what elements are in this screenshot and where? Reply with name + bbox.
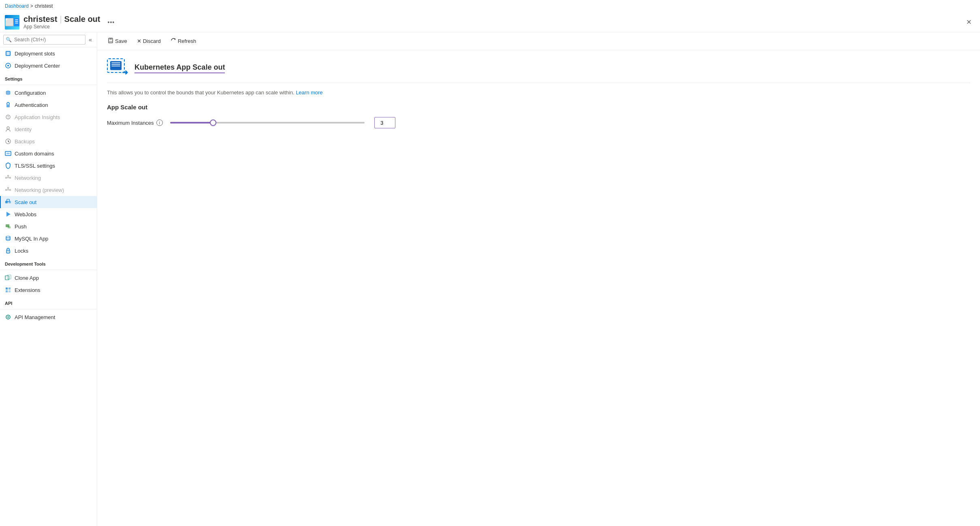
svg-point-13 bbox=[6, 177, 7, 179]
settings-divider bbox=[0, 85, 97, 85]
sidebar-item-deployment-center-label: Deployment Center bbox=[15, 63, 60, 69]
sidebar-item-locks-label: Locks bbox=[15, 248, 28, 254]
svg-point-15 bbox=[8, 175, 9, 177]
sidebar-item-custom-domains-label: Custom domains bbox=[15, 151, 54, 157]
save-icon bbox=[108, 38, 113, 45]
sidebar-item-tls-ssl[interactable]: TLS/SSL settings bbox=[0, 160, 97, 172]
sidebar-item-clone-app-label: Clone App bbox=[15, 275, 39, 281]
networking-icon bbox=[5, 175, 11, 181]
sidebar-item-locks[interactable]: Locks bbox=[0, 245, 97, 257]
sidebar-item-configuration-label: Configuration bbox=[15, 90, 46, 96]
sidebar-item-clone-app[interactable]: Clone App bbox=[0, 272, 97, 284]
sidebar-item-configuration[interactable]: Configuration bbox=[0, 87, 97, 99]
refresh-icon bbox=[171, 38, 176, 45]
sidebar-item-push[interactable]: Push bbox=[0, 220, 97, 232]
breadcrumb-dashboard[interactable]: Dashboard bbox=[5, 3, 29, 9]
page-header-title-wrapper: Kubernetes App Scale out bbox=[135, 63, 225, 73]
sidebar-item-extensions[interactable]: Extensions bbox=[0, 284, 97, 296]
sidebar-item-webjobs[interactable]: WebJobs bbox=[0, 208, 97, 220]
svg-point-31 bbox=[8, 251, 9, 252]
page-title: Kubernetes App Scale out bbox=[135, 63, 225, 73]
breadcrumb: Dashboard > christest bbox=[0, 0, 980, 12]
header-close-button[interactable]: ✕ bbox=[962, 16, 975, 29]
sidebar-item-application-insights-label: Application Insights bbox=[15, 114, 60, 120]
svg-point-18 bbox=[6, 190, 7, 191]
header-subtitle: App Service bbox=[23, 24, 100, 30]
sidebar-item-authentication-label: Authentication bbox=[15, 102, 48, 108]
sidebar-item-backups[interactable]: Backups bbox=[0, 135, 97, 147]
sidebar-item-scale-out-label: Scale out bbox=[15, 199, 36, 205]
clone-app-icon bbox=[5, 275, 11, 281]
svg-point-9 bbox=[8, 118, 9, 119]
scale-out-icon bbox=[5, 199, 11, 205]
discard-button[interactable]: ✕ Discard bbox=[133, 36, 165, 46]
svg-point-10 bbox=[7, 127, 9, 129]
svg-rect-35 bbox=[9, 287, 11, 290]
collapse-icon[interactable]: « bbox=[87, 36, 94, 44]
save-label: Save bbox=[115, 38, 127, 44]
sidebar-item-deployment-center[interactable]: Deployment Center bbox=[0, 60, 97, 72]
identity-icon bbox=[5, 126, 11, 132]
api-section-label: API bbox=[0, 296, 97, 307]
refresh-button[interactable]: Refresh bbox=[167, 36, 201, 47]
header-separator: | bbox=[60, 15, 62, 24]
configuration-icon bbox=[5, 89, 11, 96]
sidebar-item-authentication[interactable]: Authentication bbox=[0, 99, 97, 111]
save-button[interactable]: Save bbox=[104, 36, 131, 47]
app-icon bbox=[5, 15, 19, 30]
networking-preview-icon bbox=[5, 187, 11, 193]
header-more-icon[interactable]: ••• bbox=[108, 19, 115, 26]
locks-icon bbox=[5, 247, 11, 254]
svg-rect-7 bbox=[6, 104, 10, 107]
sidebar-item-networking-preview[interactable]: Networking (preview) bbox=[0, 184, 97, 196]
sidebar-item-application-insights[interactable]: Application Insights bbox=[0, 111, 97, 123]
push-icon bbox=[5, 223, 11, 230]
slider-thumb[interactable] bbox=[210, 119, 216, 126]
main-layout: 🔍 « Deployment slots Deployment Center S… bbox=[0, 32, 980, 526]
breadcrumb-current: christest bbox=[35, 3, 53, 9]
svg-point-3 bbox=[7, 65, 9, 66]
sidebar-item-scale-out[interactable]: Scale out bbox=[0, 196, 97, 208]
sidebar-item-api-management[interactable]: API Management bbox=[0, 311, 97, 323]
svg-rect-12 bbox=[6, 153, 10, 154]
svg-rect-28 bbox=[8, 226, 11, 228]
svg-rect-5 bbox=[6, 92, 10, 93]
svg-rect-41 bbox=[109, 41, 112, 43]
sidebar-item-deployment-slots[interactable]: Deployment slots bbox=[0, 47, 97, 60]
sidebar-item-mysql-in-app[interactable]: MySQL In App bbox=[0, 232, 97, 245]
slider-container bbox=[170, 119, 365, 127]
sidebar-item-identity-label: Identity bbox=[15, 126, 32, 132]
svg-rect-4 bbox=[6, 91, 10, 92]
discard-icon: ✕ bbox=[137, 38, 141, 44]
svg-rect-6 bbox=[6, 94, 10, 94]
svg-rect-24 bbox=[9, 201, 11, 203]
mysql-in-app-icon bbox=[5, 235, 11, 242]
search-icon: 🔍 bbox=[6, 37, 12, 43]
svg-rect-34 bbox=[6, 287, 8, 290]
page-header-icon-wrapper: ➜ bbox=[107, 58, 128, 78]
page-description: This allows you to control the bounds th… bbox=[107, 89, 970, 96]
sidebar-item-identity[interactable]: Identity bbox=[0, 123, 97, 135]
content-area: Save ✕ Discard Refresh bbox=[97, 32, 980, 526]
custom-domains-icon bbox=[5, 150, 11, 157]
discard-label: Discard bbox=[143, 38, 161, 44]
sidebar-item-webjobs-label: WebJobs bbox=[15, 211, 36, 217]
api-management-icon bbox=[5, 314, 11, 320]
deployment-slots-icon bbox=[5, 50, 11, 57]
sidebar-item-backups-label: Backups bbox=[15, 138, 35, 145]
app-container: Dashboard > christest christest | Scale … bbox=[0, 0, 980, 526]
svg-point-20 bbox=[8, 187, 9, 189]
search-input[interactable] bbox=[3, 35, 85, 45]
sidebar-item-networking[interactable]: Networking bbox=[0, 172, 97, 184]
deployment-center-icon bbox=[5, 62, 11, 69]
svg-point-14 bbox=[10, 177, 11, 179]
svg-point-19 bbox=[10, 190, 11, 191]
learn-more-link[interactable]: Learn more bbox=[296, 89, 322, 96]
sidebar-item-custom-domains[interactable]: Custom domains bbox=[0, 147, 97, 160]
header-text: christest | Scale out App Service bbox=[23, 15, 100, 30]
svg-rect-40 bbox=[109, 38, 112, 40]
info-icon[interactable]: i bbox=[156, 119, 163, 126]
max-instances-input[interactable] bbox=[374, 117, 395, 128]
max-instances-row: Maximum Instances i bbox=[107, 117, 970, 128]
header-app-name: christest bbox=[23, 15, 57, 24]
